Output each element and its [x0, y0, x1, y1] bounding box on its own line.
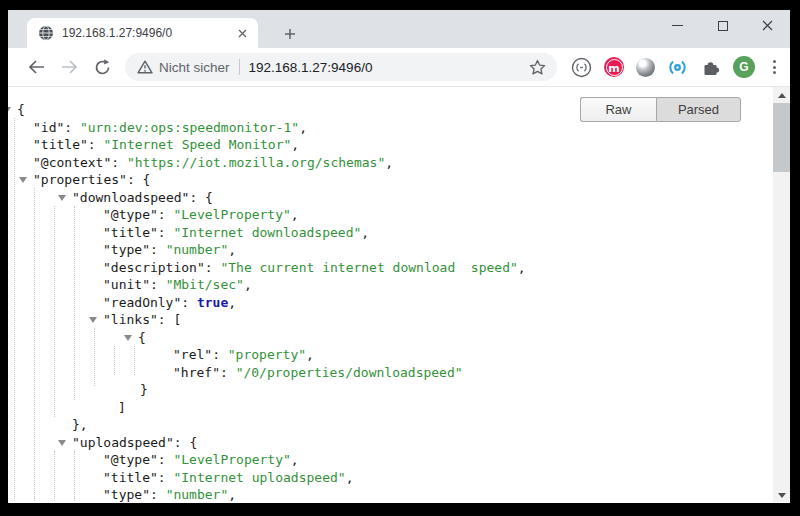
- json-token-punc: ,: [291, 137, 299, 152]
- tab-close-icon[interactable]: [234, 25, 250, 41]
- browser-toolbar: Nicht sicher 192.168.1.27:9496/0 m: [8, 48, 790, 86]
- json-token-punc: :: [150, 242, 166, 257]
- json-token-punc: }: [140, 382, 148, 397]
- browser-tab[interactable]: 192.168.1.27:9496/0: [27, 18, 258, 48]
- json-line: "uploadspeed": {: [8, 434, 773, 452]
- bookmark-star-icon[interactable]: [527, 57, 547, 77]
- json-token-punc: :: [158, 470, 174, 485]
- json-token-punc: :: [205, 260, 221, 275]
- collapse-toggle-icon[interactable]: [124, 335, 132, 341]
- json-token-str: "Internet downloadspeed": [173, 225, 361, 240]
- collapse-toggle-icon[interactable]: [58, 195, 66, 201]
- json-token-punc: ,: [299, 120, 307, 135]
- maximize-button[interactable]: [700, 10, 745, 41]
- json-line: "@type": "LevelProperty",: [8, 206, 773, 224]
- globe-favicon-icon: [38, 25, 54, 41]
- window-controls: [655, 10, 790, 41]
- raw-button[interactable]: Raw: [580, 97, 656, 122]
- json-token-punc: ,: [228, 242, 236, 257]
- browser-window: 192.168.1.27:9496/0: [8, 10, 790, 503]
- parsed-button[interactable]: Parsed: [656, 97, 741, 122]
- extension-blue-broadcast-icon[interactable]: [667, 57, 688, 78]
- json-token-punc: :: [88, 137, 104, 152]
- json-token-key: "unit": [103, 277, 150, 292]
- json-line: },: [8, 416, 773, 434]
- browser-menu-icon[interactable]: [767, 60, 782, 74]
- collapse-toggle-icon[interactable]: [8, 107, 11, 113]
- vertical-scrollbar[interactable]: [773, 87, 790, 502]
- m-badge-letter: m: [608, 63, 619, 74]
- collapse-toggle-icon[interactable]: [58, 440, 66, 446]
- json-token-punc: ]: [118, 400, 126, 415]
- extension-circle-icon[interactable]: [571, 57, 592, 78]
- json-line: }: [8, 381, 773, 399]
- json-token-key: "title": [103, 470, 158, 485]
- scroll-up-icon[interactable]: [773, 87, 790, 103]
- reload-button[interactable]: [88, 53, 116, 81]
- json-token-punc: : {: [189, 190, 212, 205]
- json-token-punc: ,: [306, 347, 314, 362]
- json-token-str: "number": [166, 487, 229, 502]
- address-bar[interactable]: Nicht sicher 192.168.1.27:9496/0: [125, 53, 557, 81]
- json-line: "unit": "Mbit/sec",: [8, 276, 773, 294]
- json-tree: {"id": "urn:dev:ops:speedmonitor-1","tit…: [8, 87, 773, 502]
- new-tab-button[interactable]: [278, 22, 302, 46]
- json-token-punc: ,: [244, 277, 252, 292]
- json-line: "title": "Internet Speed Monitor",: [8, 136, 773, 154]
- json-token-str: "Mbit/sec": [166, 277, 244, 292]
- json-line: "href": "/0/properties/downloadspeed": [8, 364, 773, 382]
- collapse-toggle-icon[interactable]: [19, 177, 27, 183]
- json-token-str: "number": [166, 242, 229, 257]
- json-line: "description": "The current internet dow…: [8, 259, 773, 277]
- url-text[interactable]: 192.168.1.27:9496/0: [249, 60, 527, 75]
- json-token-key: "rel": [173, 347, 212, 362]
- extensions-area: m G: [571, 48, 782, 86]
- json-token-punc: ,: [228, 295, 236, 310]
- json-token-punc: :: [158, 207, 174, 222]
- json-token-key: "uploadspeed": [72, 435, 174, 450]
- json-token-str: "LevelProperty": [173, 207, 290, 222]
- json-token-key: "type": [103, 242, 150, 257]
- json-token-str: "urn:dev:ops:speedmonitor-1": [80, 120, 299, 135]
- json-token-punc: },: [72, 417, 88, 432]
- profile-avatar[interactable]: G: [733, 56, 755, 78]
- json-token-punc: ,: [518, 260, 526, 275]
- json-line: "title": "Internet uploadspeed",: [8, 469, 773, 487]
- json-token-bool: true: [197, 295, 228, 310]
- json-token-punc: :: [150, 277, 166, 292]
- json-token-punc: ,: [361, 225, 369, 240]
- json-token-punc: : {: [174, 435, 197, 450]
- json-line: "type": "number",: [8, 486, 773, 502]
- json-token-str: "https://iot.mozilla.org/schemas": [127, 155, 385, 170]
- json-line: "title": "Internet downloadspeed",: [8, 224, 773, 242]
- json-token-str: "LevelProperty": [173, 452, 290, 467]
- json-line: "downloadspeed": {: [8, 189, 773, 207]
- json-token-punc: : {: [127, 172, 150, 187]
- json-token-key: "properties": [33, 172, 127, 187]
- json-line: "type": "number",: [8, 241, 773, 259]
- json-token-str: "property": [228, 347, 306, 362]
- collapse-toggle-icon[interactable]: [89, 317, 97, 323]
- screenshot-frame: 192.168.1.27:9496/0: [0, 0, 800, 516]
- json-token-punc: :: [150, 487, 166, 502]
- extension-sphere-icon[interactable]: [636, 58, 655, 77]
- json-token-key: "title": [103, 225, 158, 240]
- json-token-punc: ,: [291, 452, 299, 467]
- json-token-punc: :: [64, 120, 80, 135]
- not-secure-warning-icon[interactable]: [137, 60, 153, 74]
- json-line: "properties": {: [8, 171, 773, 189]
- minimize-button[interactable]: [655, 10, 700, 41]
- scroll-down-icon[interactable]: [773, 487, 790, 502]
- back-button[interactable]: [22, 53, 50, 81]
- extension-m-badge-icon[interactable]: m: [604, 57, 624, 77]
- json-token-punc: :: [220, 365, 236, 380]
- close-window-button[interactable]: [745, 10, 790, 41]
- json-token-punc: : [: [158, 312, 181, 327]
- json-token-key: "@type": [103, 207, 158, 222]
- json-token-key: "@context": [33, 155, 111, 170]
- scrollbar-thumb[interactable]: [773, 103, 790, 172]
- extensions-puzzle-icon[interactable]: [700, 57, 721, 78]
- json-token-punc: :: [212, 347, 228, 362]
- forward-button[interactable]: [55, 53, 83, 81]
- json-token-key: "type": [103, 487, 150, 502]
